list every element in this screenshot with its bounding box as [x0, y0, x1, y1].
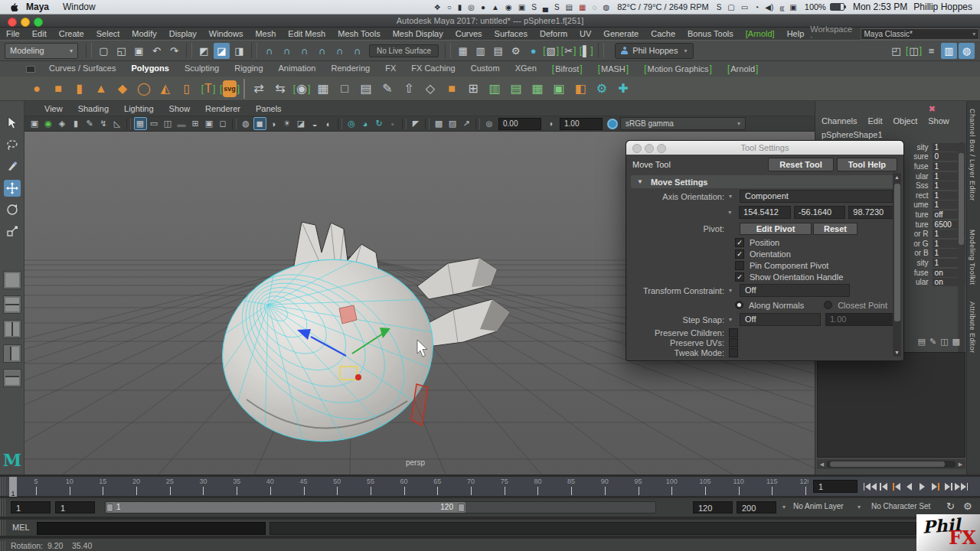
- close-window-button[interactable]: [632, 144, 642, 153]
- channel-box-hscrollbar[interactable]: ◀ ▶: [817, 459, 965, 469]
- layout-single-pane-button[interactable]: [3, 271, 21, 289]
- ipr-render-icon[interactable]: ▥: [472, 43, 488, 59]
- side-tab-attribute-editor[interactable]: Attribute Editor: [969, 302, 976, 354]
- channel-box-object-name[interactable]: pSphereShape1: [822, 130, 883, 139]
- layout-two-pane-button[interactable]: [3, 320, 21, 338]
- render-settings-icon[interactable]: ▤: [490, 43, 506, 59]
- menu-modify[interactable]: Modify: [126, 29, 162, 38]
- ao-icon[interactable]: ◒: [309, 117, 322, 130]
- safe-title-icon[interactable]: ◻: [217, 117, 230, 130]
- menu-edit-mesh[interactable]: Edit Mesh: [282, 29, 332, 38]
- menu-edit[interactable]: Edit: [26, 29, 53, 38]
- poly-pipe-icon[interactable]: ▯: [177, 79, 197, 99]
- image-plane-icon[interactable]: ✎: [83, 117, 96, 130]
- motion-blur-icon[interactable]: ◐: [322, 117, 335, 130]
- menu-create[interactable]: Create: [53, 29, 90, 38]
- highlighted-face[interactable]: [339, 305, 357, 324]
- undo-icon[interactable]: ↶: [149, 43, 165, 59]
- along-normals-radio[interactable]: [735, 301, 743, 309]
- poly-cube-icon[interactable]: ■: [48, 79, 68, 99]
- chevron-down-icon[interactable]: ▾: [729, 316, 740, 323]
- copy-icon[interactable]: ▤: [566, 3, 573, 11]
- 2d-pan-zoom-icon[interactable]: ↯: [97, 117, 110, 130]
- shelf-tab-animation[interactable]: Animation: [271, 64, 324, 74]
- snap-viewplane-icon[interactable]: ∩: [332, 43, 348, 59]
- greyed-icon[interactable]: ▪: [387, 117, 400, 130]
- select-hierarchy-icon[interactable]: ◩: [196, 43, 212, 59]
- measure-icon[interactable]: ◺: [111, 117, 124, 130]
- quad-draw-icon[interactable]: ◇: [420, 79, 440, 99]
- axis-y-field[interactable]: -56.1640: [794, 206, 846, 219]
- view-transform-select[interactable]: sRGB gamma ▾: [620, 117, 746, 130]
- paint-select-tool-icon[interactable]: [4, 158, 21, 174]
- shelf-tab-arnold[interactable]: Arnold: [720, 64, 766, 74]
- cut-tool-icon[interactable]: ✂: [560, 43, 577, 59]
- poly-plane-icon[interactable]: ◆: [113, 79, 132, 99]
- step-back-key-button[interactable]: [890, 479, 903, 494]
- play-backwards-button[interactable]: [903, 479, 916, 494]
- gamma-field[interactable]: 1.00: [560, 118, 603, 130]
- time-machine-icon[interactable]: ◔: [754, 3, 759, 11]
- creative-cloud-icon[interactable]: ◉: [505, 3, 512, 11]
- exposure-icon[interactable]: ◎: [483, 117, 496, 130]
- open-scene-icon[interactable]: ◱: [113, 43, 129, 59]
- orientation-checkbox[interactable]: ✓: [735, 249, 744, 259]
- make-live-icon[interactable]: ∩: [349, 43, 365, 59]
- photos-icon[interactable]: ▣: [518, 3, 525, 11]
- current-frame-marker[interactable]: 1: [9, 477, 17, 497]
- move-layer-up-icon[interactable]: ◫: [940, 337, 948, 347]
- extrude-icon[interactable]: ⇧: [399, 79, 419, 99]
- resolution-gate-icon[interactable]: ◫: [162, 117, 175, 130]
- auto-uv-icon[interactable]: ▤: [506, 79, 526, 99]
- shelf-tab-bifrost[interactable]: Bifrost: [544, 64, 590, 74]
- character-controls-icon[interactable]: ◫: [906, 43, 922, 59]
- loop-icon[interactable]: ↻: [373, 117, 386, 130]
- snap-point-icon[interactable]: ∩: [296, 43, 312, 59]
- rotate-tool-icon[interactable]: [4, 201, 21, 218]
- exposure-toggle-icon[interactable]: ◎: [345, 117, 358, 130]
- layout-hypershade-button[interactable]: [3, 369, 21, 387]
- smooth-icon[interactable]: □: [335, 79, 354, 99]
- scale-tool-icon[interactable]: [4, 223, 21, 240]
- grid-icon[interactable]: ▦: [134, 117, 147, 130]
- chevron-down-icon[interactable]: ▾: [729, 287, 740, 294]
- s2-icon[interactable]: S: [554, 3, 560, 11]
- shelf-tab-xgen[interactable]: XGen: [508, 64, 544, 74]
- new-layer-selected-icon[interactable]: ✎: [929, 337, 936, 347]
- range-start-handle[interactable]: [106, 504, 113, 512]
- poly-type-icon[interactable]: T: [198, 79, 218, 99]
- color-management-icon[interactable]: [607, 119, 618, 129]
- macos-menu-maya[interactable]: Maya: [19, 2, 56, 12]
- macos-menu-window[interactable]: Window: [56, 2, 103, 12]
- menu-curves[interactable]: Curves: [449, 29, 488, 38]
- mirror-icon[interactable]: ◧: [570, 79, 590, 99]
- range-slider-track[interactable]: 1 120: [105, 501, 656, 514]
- bars-icon[interactable]: ▌: [578, 43, 594, 59]
- select-component-icon[interactable]: ◨: [231, 43, 247, 59]
- command-line-language-label[interactable]: MEL: [12, 523, 30, 532]
- timeline-ruler[interactable]: 1 51015202530354045505560657075808590951…: [8, 477, 808, 497]
- reduce-icon[interactable]: ⚙: [592, 79, 612, 99]
- menubar-clock[interactable]: Mon 2:53 PM: [853, 2, 907, 12]
- render-icon[interactable]: ▦: [455, 43, 471, 59]
- select-camera-icon[interactable]: ▣: [28, 117, 41, 130]
- select-tool-icon[interactable]: [4, 115, 21, 132]
- menu-help[interactable]: Help: [781, 29, 811, 38]
- fill-hole-icon[interactable]: ▦: [313, 79, 333, 99]
- viewport-menu-view[interactable]: View: [37, 104, 70, 113]
- snap-curve-icon[interactable]: ∩: [279, 43, 295, 59]
- animation-start-field[interactable]: 1: [11, 501, 51, 514]
- scroll-left-icon[interactable]: ◀: [817, 461, 827, 468]
- scroll-down-icon[interactable]: ▼: [893, 350, 901, 355]
- raise-tools-icon[interactable]: ◰: [888, 43, 904, 59]
- menu-generate[interactable]: Generate: [597, 29, 645, 38]
- side-tab-channel-box-layer-editor[interactable]: Channel Box / Layer Editor: [969, 109, 976, 201]
- bracket-render-icon[interactable]: ▧: [543, 43, 559, 59]
- multi-cut-icon[interactable]: ✎: [377, 79, 397, 99]
- volume-icon[interactable]: ◀): [765, 3, 773, 11]
- reset-tool-button[interactable]: Reset Tool: [768, 158, 833, 171]
- layer-list[interactable]: [817, 352, 965, 458]
- channel-box-menu-show[interactable]: Show: [928, 116, 949, 126]
- zoom-window-button[interactable]: [34, 18, 43, 27]
- time-slider[interactable]: 1 51015202530354045505560657075808590951…: [0, 476, 980, 496]
